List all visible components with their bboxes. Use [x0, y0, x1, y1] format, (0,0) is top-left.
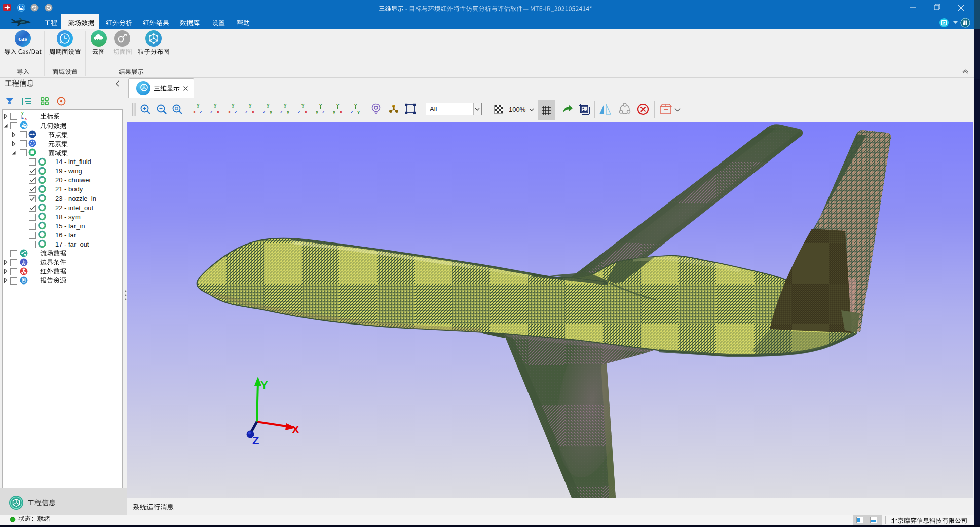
- svg-text:z: z: [245, 109, 248, 114]
- svg-text:Y: Y: [197, 103, 200, 108]
- svg-text:x: x: [340, 109, 342, 114]
- svg-text:y: y: [333, 109, 335, 114]
- svg-text:Y: Y: [267, 103, 270, 108]
- svg-text:y: y: [357, 109, 360, 114]
- svg-text:Y: Y: [354, 103, 357, 108]
- svg-text:cas: cas: [18, 35, 27, 43]
- svg-text:Y: Y: [249, 103, 252, 108]
- svg-text:z: z: [200, 109, 202, 114]
- svg-text:Y: Y: [214, 103, 217, 108]
- svg-text:X: X: [292, 423, 299, 436]
- svg-text:z: z: [298, 109, 300, 114]
- svg-text:y: y: [287, 109, 289, 114]
- svg-text:z: z: [210, 109, 213, 114]
- svg-text:y: y: [316, 109, 318, 114]
- svg-text:Y: Y: [260, 379, 268, 391]
- svg-text:x: x: [252, 109, 254, 114]
- svg-text:x: x: [25, 116, 27, 120]
- svg-text:Y: Y: [21, 112, 24, 115]
- svg-text:Y: Y: [232, 103, 235, 108]
- svg-text:y: y: [270, 109, 272, 114]
- svg-text:z: z: [235, 109, 237, 114]
- svg-text:Y: Y: [301, 103, 305, 108]
- svg-text:Z: Z: [252, 434, 259, 447]
- svg-text:x: x: [228, 109, 231, 114]
- svg-text:z: z: [263, 109, 266, 114]
- svg-text:x: x: [217, 109, 219, 114]
- svg-text:Y: Y: [284, 103, 287, 108]
- svg-text:z: z: [280, 109, 283, 114]
- svg-text:Y: Y: [319, 103, 322, 108]
- svg-text:x: x: [193, 109, 196, 114]
- svg-text:x: x: [305, 109, 307, 114]
- svg-text:z: z: [322, 109, 325, 114]
- svg-text:Y: Y: [336, 103, 340, 108]
- svg-text:z: z: [351, 109, 353, 114]
- svg-text:z: z: [22, 115, 24, 119]
